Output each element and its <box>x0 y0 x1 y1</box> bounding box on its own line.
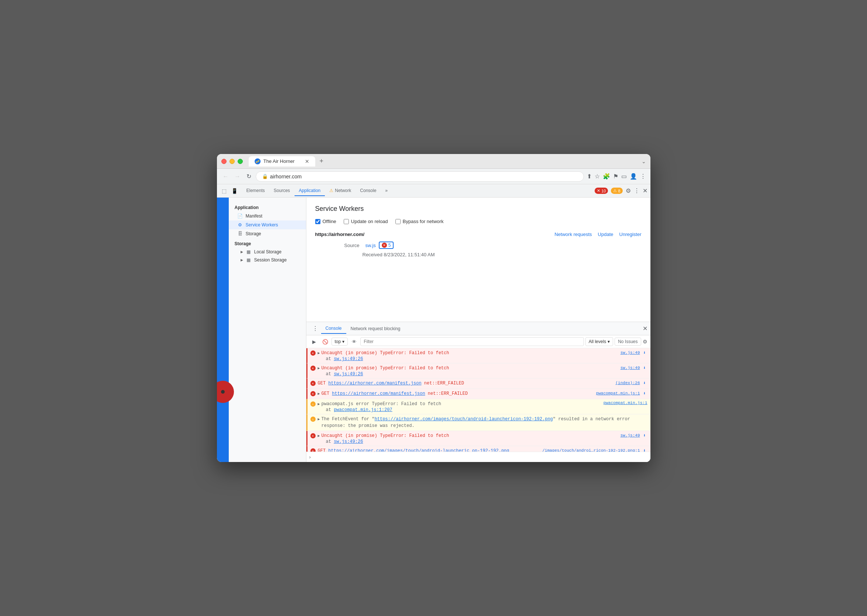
msg-link-2[interactable]: sw.js:49:26 <box>334 371 363 377</box>
console-close-button[interactable]: ✕ <box>643 325 648 332</box>
update-reload-label: Update on reload <box>351 218 388 224</box>
download-icon-4[interactable]: ⬇ <box>642 390 648 396</box>
expand-icon-7[interactable]: ▶ <box>318 434 320 438</box>
minimize-button[interactable] <box>230 159 235 164</box>
new-tab-button[interactable]: + <box>317 156 327 167</box>
download-icon-1[interactable]: ⬇ <box>642 350 648 356</box>
console-settings-icon[interactable]: ⚙ <box>643 339 648 344</box>
tab-sources[interactable]: Sources <box>270 186 295 196</box>
msg-link-6[interactable]: https://airhorner.com/images/touch/andro… <box>375 416 553 422</box>
update-link[interactable]: Update <box>598 231 613 237</box>
expand-icon-1[interactable]: ▶ <box>318 351 320 355</box>
window-controls-end[interactable]: ⌄ <box>642 159 646 164</box>
profile-icon[interactable]: 👤 <box>630 173 637 180</box>
console-message-6[interactable]: ⚠ ▶ The FetchEvent for "https://airhorne… <box>306 414 650 431</box>
update-reload-checkbox[interactable] <box>344 219 349 224</box>
back-button[interactable]: ← <box>221 172 230 181</box>
source-link-1[interactable]: sw.js:49 <box>621 350 640 355</box>
offline-checkbox[interactable] <box>315 219 320 224</box>
tab-application[interactable]: Application <box>295 186 325 196</box>
source-link-8[interactable]: /images/touch/androi…ricon-192-192.png:1 <box>542 448 640 452</box>
tab-console[interactable]: Console <box>356 186 381 196</box>
msg-link-4[interactable]: https://airhorner.com/manifest.json <box>332 391 425 396</box>
sw-entry: https://airhorner.com/ Network requests … <box>315 231 642 258</box>
tab-close-button[interactable]: ✕ <box>305 159 309 164</box>
expand-icon-5[interactable]: ▶ <box>318 402 320 406</box>
eye-icon[interactable]: 👁 <box>349 337 359 346</box>
console-message-8[interactable]: ✕ GET https://airhorner.com/images/touch… <box>306 446 650 452</box>
devtools-sidebar: Application 📄 Manifest ⚙ Service Workers… <box>229 198 306 462</box>
network-requests-link[interactable]: Network requests <box>554 231 592 237</box>
device-toggle-icon[interactable]: 📱 <box>230 187 239 195</box>
msg-link-8[interactable]: https://airhorner.com/images/touch/andro… <box>328 448 509 452</box>
tab-network-blocking[interactable]: Network request blocking <box>346 324 405 333</box>
expand-icon-4[interactable]: ▶ <box>318 391 320 396</box>
stop-button[interactable]: 🚫 <box>320 337 330 346</box>
sidebar-item-storage-label: Storage <box>246 231 261 236</box>
expand-icon-6[interactable]: ▶ <box>318 417 320 421</box>
levels-dropdown[interactable]: All levels ▾ <box>585 337 613 346</box>
star-icon[interactable]: ☆ <box>594 173 600 180</box>
update-reload-checkbox-label[interactable]: Update on reload <box>344 218 388 224</box>
warn-count-badge[interactable]: ⚠ 8 <box>611 188 622 194</box>
download-icon-7[interactable]: ⬇ <box>642 432 648 438</box>
download-icon-3[interactable]: ⬇ <box>642 380 648 386</box>
inspect-element-icon[interactable]: ⬚ <box>220 187 229 195</box>
cast-icon[interactable]: ▭ <box>621 173 627 180</box>
sidebar-item-storage[interactable]: 🗄 Storage <box>229 229 306 238</box>
sidebar-item-service-workers[interactable]: ⚙ Service Workers <box>229 220 306 229</box>
error-count-badge[interactable]: ✕ 10 <box>594 188 608 194</box>
devtools-close-icon[interactable]: ✕ <box>643 187 648 194</box>
browser-tab[interactable]: 🎺 The Air Horner ✕ <box>249 156 315 167</box>
maximize-button[interactable] <box>238 159 243 164</box>
devtools-more-icon[interactable]: ⋮ <box>634 187 640 194</box>
console-message-3[interactable]: ✕ GET https://airhorner.com/manifest.jso… <box>306 379 650 389</box>
sw-error-badge[interactable]: ✕ 5 <box>379 242 394 249</box>
msg-link-5[interactable]: pwacompat.min.js:1:207 <box>334 407 392 413</box>
console-message-7[interactable]: ✕ ▶ Uncaught (in promise) TypeError: Fai… <box>306 431 650 446</box>
console-message-4[interactable]: ✕ ▶ GET https://airhorner.com/manifest.j… <box>306 389 650 399</box>
reload-button[interactable]: ↻ <box>245 171 253 181</box>
bypass-network-checkbox-label[interactable]: Bypass for network <box>396 218 444 224</box>
sw-source-link[interactable]: sw.js <box>366 243 376 248</box>
close-button[interactable] <box>221 159 227 164</box>
console-menu-button[interactable]: ⋮ <box>309 324 321 333</box>
unregister-link[interactable]: Unregister <box>620 231 642 237</box>
tab-more[interactable]: » <box>381 186 392 196</box>
tab-console-active[interactable]: Console <box>321 324 346 334</box>
sidebar-item-local-storage[interactable]: ▶ ▦ Local Storage <box>229 248 306 256</box>
tab-network[interactable]: ⚠ Network <box>325 186 356 196</box>
msg-source-7: sw.js:49 ⬇ <box>621 432 648 438</box>
source-link-3[interactable]: (index):26 <box>615 381 640 385</box>
extension-icon[interactable]: 🧩 <box>603 173 610 180</box>
flag-icon[interactable]: ⚑ <box>613 173 618 180</box>
msg-link-7[interactable]: sw.js:49:26 <box>334 439 363 444</box>
offline-checkbox-label[interactable]: Offline <box>315 218 336 224</box>
forward-button[interactable]: → <box>233 172 242 181</box>
source-link-5[interactable]: pwacompat.min.js:1 <box>604 401 648 405</box>
sidebar-item-session-storage[interactable]: ▶ ▦ Session Storage <box>229 256 306 264</box>
download-icon-2[interactable]: ⬇ <box>642 365 648 371</box>
share-icon[interactable]: ⬆ <box>587 173 592 180</box>
address-input[interactable]: 🔒 airhorner.com <box>256 171 584 182</box>
console-message-5[interactable]: ⚠ ▶ pwacompat.js error TypeError: Failed… <box>306 399 650 414</box>
msg-content-1: Uncaught (in promise) TypeError: Failed … <box>322 350 621 361</box>
source-link-4[interactable]: pwacompat.min.js:1 <box>596 391 640 396</box>
msg-link-3[interactable]: https://airhorner.com/manifest.json <box>328 381 421 386</box>
bypass-network-checkbox[interactable] <box>396 219 400 224</box>
console-message-1[interactable]: ✕ ▶ Uncaught (in promise) TypeError: Fai… <box>306 348 650 363</box>
sw-url-row: https://airhorner.com/ Network requests … <box>315 231 642 237</box>
console-filter-input[interactable] <box>360 337 584 346</box>
devtools-settings-icon[interactable]: ⚙ <box>626 187 631 194</box>
menu-icon[interactable]: ⋮ <box>640 173 646 180</box>
play-button[interactable]: ▶ <box>309 337 319 346</box>
sidebar-item-manifest[interactable]: 📄 Manifest <box>229 212 306 220</box>
console-message-2[interactable]: ✕ ▶ Uncaught (in promise) TypeError: Fai… <box>306 363 650 379</box>
source-link-7[interactable]: sw.js:49 <box>621 433 640 438</box>
msg-link-1[interactable]: sw.js:49:26 <box>334 357 363 361</box>
source-link-2[interactable]: sw.js:49 <box>621 366 640 370</box>
tab-elements[interactable]: Elements <box>242 186 270 196</box>
context-selector[interactable]: top ▾ <box>331 338 348 346</box>
expand-icon-2[interactable]: ▶ <box>318 366 320 371</box>
download-icon-8[interactable]: ⬇ <box>642 448 648 452</box>
